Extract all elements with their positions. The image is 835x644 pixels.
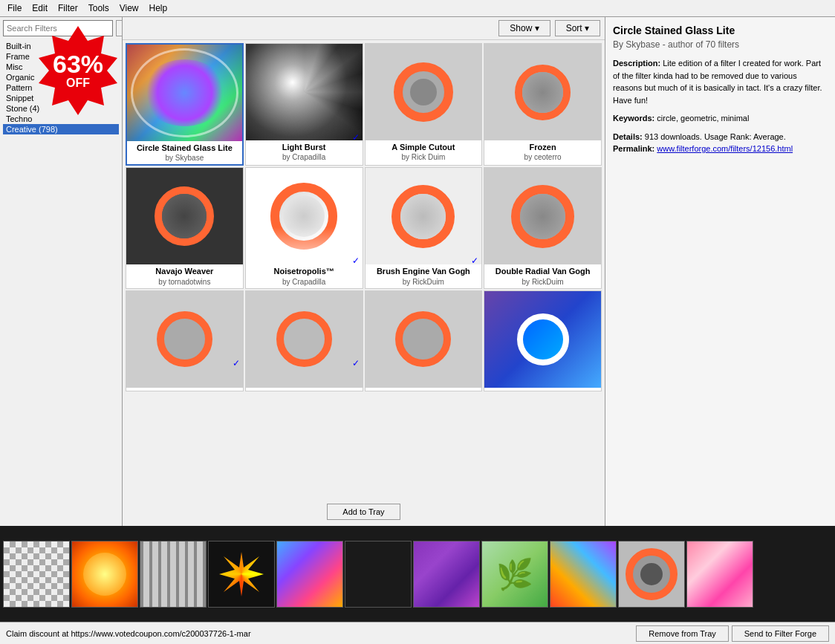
sidebar-item-misc[interactable]: Misc <box>3 62 119 72</box>
sidebar-item-stone[interactable]: Stone (4) <box>3 103 119 114</box>
add-tray-row: Add to Tray <box>123 498 605 526</box>
sort-button[interactable]: Sort ▾ <box>555 20 600 36</box>
menu-filter[interactable]: Filter <box>53 1 82 15</box>
menu-edit[interactable]: Edit <box>27 1 52 15</box>
sidebar-item-pattern[interactable]: Pattern <box>3 82 119 93</box>
grid-scroll[interactable]: Circle Stained Glass Lite by Skybase ✓ L… <box>123 40 605 498</box>
grid-item-label: Frozen by ceoterro <box>484 140 601 163</box>
grid-item-row3-2[interactable]: ✓ <box>245 290 363 391</box>
find-button[interactable]: Find <box>116 20 123 36</box>
filter-grid: Circle Stained Glass Lite by Skybase ✓ L… <box>126 43 602 391</box>
remove-from-tray-button[interactable]: Remove from Tray <box>636 625 728 642</box>
description-label: Description: <box>613 59 660 68</box>
sidebar-item-organic[interactable]: Organic <box>3 72 119 82</box>
grid-item-double-radial[interactable]: Double Radial Van Gogh by RickDuim <box>484 167 602 288</box>
details-label: Details: <box>613 132 643 141</box>
menu-help[interactable]: Help <box>145 1 172 15</box>
grid-item-label: Double Radial Van Gogh by RickDuim <box>484 264 601 287</box>
bottom-buttons: Remove from Tray Send to Filter Forge <box>636 625 829 642</box>
grid-item-row3-1[interactable]: ✓ <box>126 290 244 391</box>
grid-item-frozen[interactable]: Frozen by ceoterro <box>484 43 602 166</box>
tray-item-5[interactable] <box>276 541 343 608</box>
filter-title: Circle Stained Glass Lite <box>613 25 828 36</box>
menu-file[interactable]: File <box>3 1 26 15</box>
permalink-label: Permalink: <box>613 144 654 153</box>
grid-item-circle-stained[interactable]: Circle Stained Glass Lite by Skybase <box>126 43 244 166</box>
checkmark-light-burst: ✓ <box>352 132 360 143</box>
tray-item-10[interactable] <box>618 541 685 608</box>
grid-item-label <box>484 388 601 391</box>
checkmark-noisetropolis: ✓ <box>352 256 360 266</box>
main-content: Find Built-in Frame Misc Organic Pattern… <box>0 17 835 526</box>
tray-item-8[interactable]: 🌿 <box>481 541 548 608</box>
grid-item-light-burst[interactable]: ✓ Light Burst by Crapadilla <box>245 43 363 166</box>
grid-container: Show ▾ Sort ▾ Circle Stained Glass Li <box>123 17 605 526</box>
grid-item-label <box>126 388 243 391</box>
tray-item-1[interactable] <box>3 541 70 608</box>
grid-item-label: Light Burst by Crapadilla <box>246 140 363 163</box>
search-input[interactable] <box>3 20 113 36</box>
sidebar-item-techno[interactable]: Techno <box>3 114 119 124</box>
tray-item-9[interactable] <box>550 541 617 608</box>
grid-item-label: Noisetropolis™ by Crapadilla <box>246 264 363 287</box>
search-row: Find <box>3 20 119 36</box>
keywords-text: circle, geometric, minimal <box>657 114 749 123</box>
tray-item-11[interactable] <box>686 541 753 608</box>
sidebar-item-frame[interactable]: Frame <box>3 51 119 62</box>
grid-toolbar: Show ▾ Sort ▾ <box>123 17 605 40</box>
filter-details: Details: 913 downloads. Usage Rank: Aver… <box>613 131 828 155</box>
tray-item-4[interactable] <box>208 541 275 608</box>
grid-item-row3-3[interactable] <box>365 290 483 391</box>
grid-item-label: A Simple Cutout by Rick Duim <box>365 140 482 163</box>
app-root: File Edit Filter Tools View Help Find Bu… <box>0 0 835 644</box>
grid-item-label: Navajo Weaver by tornadotwins <box>126 264 243 287</box>
menu-tools[interactable]: Tools <box>84 1 114 15</box>
sidebar-item-builtin[interactable]: Built-in <box>3 41 119 51</box>
checkmark-row3-2: ✓ <box>352 358 360 368</box>
grid-item-brush-engine[interactable]: ✓ Brush Engine Van Gogh by RickDuim <box>365 167 483 288</box>
grid-item-label <box>365 388 482 391</box>
grid-item-label: Brush Engine Van Gogh by RickDuim <box>365 264 482 287</box>
menu-bar: File Edit Filter Tools View Help <box>0 0 835 17</box>
send-to-filter-forge-button[interactable]: Send to Filter Forge <box>732 625 829 642</box>
tray-area: 🌿 <box>0 526 835 622</box>
details-text: 913 downloads. Usage Rank: Average. <box>645 132 786 141</box>
grid-item-row3-4[interactable] <box>484 290 602 391</box>
sidebar-item-creative[interactable]: Creative (798) <box>3 124 119 134</box>
tray-item-2[interactable] <box>71 541 138 608</box>
filter-keywords: Keywords: circle, geometric, minimal <box>613 112 828 125</box>
tray-item-3[interactable] <box>140 541 207 608</box>
filter-description: Description: Lite edition of a filter I … <box>613 57 828 106</box>
show-button[interactable]: Show ▾ <box>498 20 550 36</box>
grid-item-label: Circle Stained Glass Lite by Skybase <box>127 141 242 164</box>
add-to-tray-button[interactable]: Add to Tray <box>327 504 400 520</box>
grid-item-noisetropolis[interactable]: ✓ Noisetropolis™ by Crapadilla <box>245 167 363 288</box>
sidebar-item-snippet[interactable]: Snippet <box>3 93 119 103</box>
checkmark-row3-1: ✓ <box>233 358 240 368</box>
grid-item-simple-cutout[interactable]: A Simple Cutout by Rick Duim <box>365 43 483 166</box>
tray-item-7[interactable] <box>413 541 480 608</box>
sidebar: Find Built-in Frame Misc Organic Pattern… <box>0 17 123 526</box>
tray-item-6[interactable] <box>345 541 412 608</box>
grid-item-navajo[interactable]: Navajo Weaver by tornadotwins <box>126 167 244 288</box>
promo-text: Claim discount at https://www.votedcoupo… <box>6 629 636 638</box>
filter-author: By Skybase - author of 70 filters <box>613 39 828 50</box>
right-panel: Circle Stained Glass Lite By Skybase - a… <box>605 17 835 526</box>
keywords-label: Keywords: <box>613 114 654 123</box>
grid-item-label <box>246 388 363 391</box>
bottom-bar: Claim discount at https://www.votedcoupo… <box>0 622 835 644</box>
checkmark-brush: ✓ <box>471 256 478 266</box>
menu-view[interactable]: View <box>115 1 143 15</box>
permalink-link[interactable]: www.filterforge.com/filters/12156.html <box>657 144 793 153</box>
